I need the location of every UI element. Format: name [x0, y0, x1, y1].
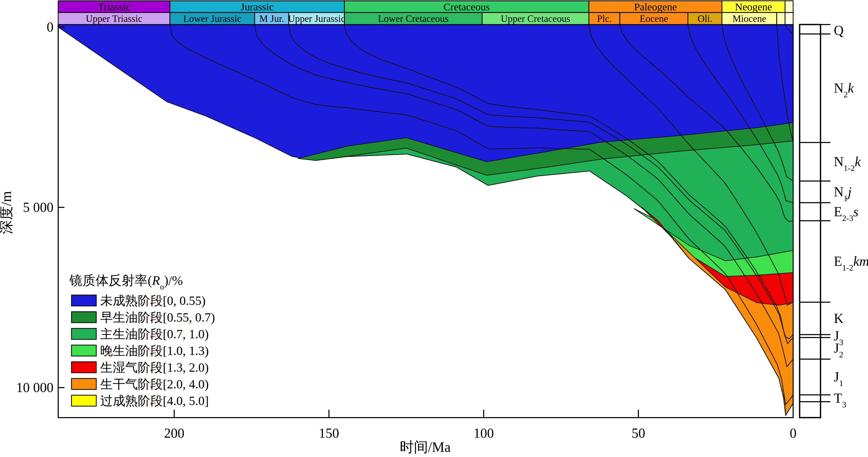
legend-label-immature: 未成熟阶段[0, 0.55) — [100, 294, 206, 308]
x-tick-label-50: 50 — [632, 426, 645, 440]
x-tick-label-150: 150 — [319, 426, 339, 440]
epoch-label-upper-cretaceous: Upper Cretaceous — [501, 13, 570, 24]
legend-label-late-oil: 晚生油阶段[1.0, 1.3) — [100, 344, 209, 358]
strat-label-N12k: N1-2k — [834, 154, 861, 173]
legend-swatch-immature — [71, 295, 96, 306]
epoch-label-upper-jurassic: Upper Jurassic — [288, 13, 345, 24]
period-label-cretaceous: Cretaceous — [443, 1, 490, 13]
chart-canvas: 20015010050005 00010 000时间/Ma深度/mTriassi… — [0, 0, 868, 457]
legend-swatch-dry-gas — [71, 379, 96, 389]
legend-label-wet-gas: 生湿气阶段[1.3, 2.0) — [100, 360, 209, 374]
x-tick-label-0: 0 — [790, 426, 797, 440]
epoch-label-middle-jurassic: M Jur. — [259, 13, 284, 24]
strat-label-J1: J1 — [834, 369, 843, 388]
epoch-quaternary-2 — [785, 12, 793, 25]
period-label-jurassic: Jurassic — [241, 1, 274, 13]
legend-label-dry-gas: 生干气阶段[2.0, 4.0) — [100, 377, 209, 391]
legend-swatch-wet-gas — [71, 362, 96, 373]
strat-label-E23s: E2-3s — [834, 204, 859, 223]
period-label-triassic: Triassic — [98, 1, 130, 13]
x-tick-label-200: 200 — [164, 426, 184, 440]
strat-label-Q: Q — [834, 23, 844, 38]
strat-label-T3: T3 — [834, 391, 846, 409]
legend-label-overmature: 过成熟阶段[4.0, 5.0] — [100, 394, 209, 408]
epoch-label-upper-triassic: Upper Triassic — [86, 13, 143, 24]
legend-label-early-oil: 早生油阶段[0.55, 0.7) — [100, 311, 215, 325]
y-tick-label-5000: 5 000 — [23, 200, 54, 215]
y-tick-label-0: 0 — [47, 20, 54, 34]
x-axis-title: 时间/Ma — [400, 439, 451, 455]
strat-label-N1j: N1j — [834, 185, 851, 203]
legend-swatch-early-oil — [71, 312, 96, 323]
burial-history-figure: 20015010050005 00010 000时间/Ma深度/mTriassi… — [0, 0, 868, 457]
strat-label-N2k: N2k — [834, 80, 854, 99]
epoch-label-oligocene: Oli. — [698, 13, 713, 24]
period-label-paleogene: Paleogene — [634, 1, 677, 13]
period-quaternary — [785, 1, 793, 12]
x-tick-label-100: 100 — [473, 426, 494, 440]
legend-swatch-overmature — [71, 395, 96, 406]
epoch-pliocene — [777, 12, 785, 25]
strat-label-K: K — [834, 311, 844, 326]
period-label-neogene: Neogene — [735, 1, 772, 13]
epoch-label-lower-cretaceous: Lower Cretaceous — [378, 13, 448, 24]
legend-swatch-late-oil — [71, 345, 96, 356]
legend-swatch-main-oil — [71, 328, 96, 339]
y-tick-label-10000: 10 000 — [16, 380, 54, 395]
legend-title: 镜质体反射率(Ro)/% — [69, 273, 183, 291]
epoch-label-lower-jurassic: Lower Jurassic — [183, 13, 241, 24]
legend-label-main-oil: 主生油阶段[0.7, 1.0) — [100, 327, 209, 341]
y-axis-title: 深度/m — [0, 191, 14, 234]
epoch-label-miocene: Miocene — [732, 13, 766, 24]
epoch-label-eocene: Eocene — [640, 13, 668, 24]
strat-label-E12km: E1-2km — [834, 254, 868, 272]
epoch-label-paleocene: Plc. — [597, 13, 612, 24]
